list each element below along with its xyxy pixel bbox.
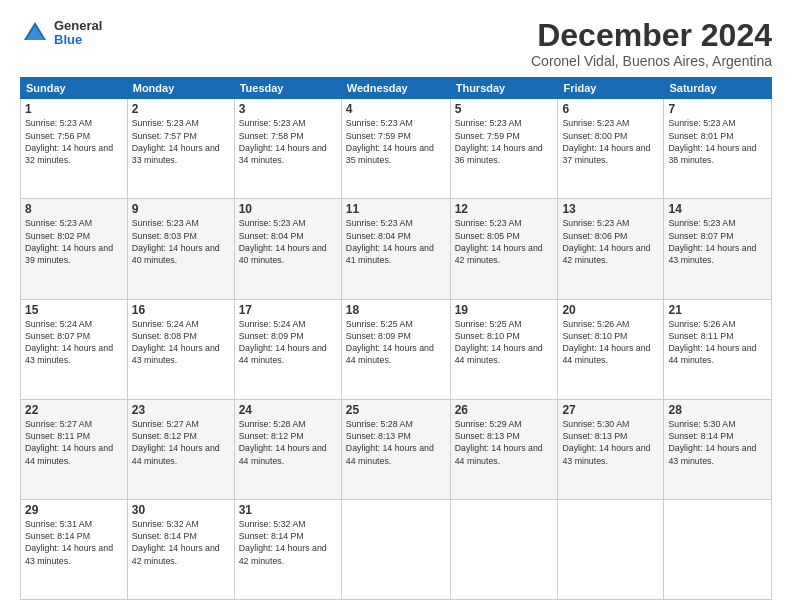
day-cell-4: 4 Sunrise: 5:23 AMSunset: 7:59 PMDayligh… (341, 99, 450, 199)
day-info: Sunrise: 5:23 AMSunset: 8:04 PMDaylight:… (346, 218, 434, 265)
day-info: Sunrise: 5:30 AMSunset: 8:14 PMDaylight:… (668, 419, 756, 466)
day-cell-14: 14 Sunrise: 5:23 AMSunset: 8:07 PMDaylig… (664, 199, 772, 299)
day-info: Sunrise: 5:29 AMSunset: 8:13 PMDaylight:… (455, 419, 543, 466)
day-number: 30 (132, 503, 230, 517)
day-number: 24 (239, 403, 337, 417)
day-number: 26 (455, 403, 554, 417)
day-info: Sunrise: 5:28 AMSunset: 8:13 PMDaylight:… (346, 419, 434, 466)
day-cell-22: 22 Sunrise: 5:27 AMSunset: 8:11 PMDaylig… (21, 399, 128, 499)
header-monday: Monday (127, 78, 234, 99)
header-friday: Friday (558, 78, 664, 99)
calendar-week-5: 29 Sunrise: 5:31 AMSunset: 8:14 PMDaylig… (21, 499, 772, 599)
calendar-table: Sunday Monday Tuesday Wednesday Thursday… (20, 77, 772, 600)
day-cell-25: 25 Sunrise: 5:28 AMSunset: 8:13 PMDaylig… (341, 399, 450, 499)
day-info: Sunrise: 5:23 AMSunset: 8:02 PMDaylight:… (25, 218, 113, 265)
day-number: 11 (346, 202, 446, 216)
day-cell-6: 6 Sunrise: 5:23 AMSunset: 8:00 PMDayligh… (558, 99, 664, 199)
empty-cell (664, 499, 772, 599)
logo: General Blue (20, 18, 102, 48)
day-cell-19: 19 Sunrise: 5:25 AMSunset: 8:10 PMDaylig… (450, 299, 558, 399)
day-number: 9 (132, 202, 230, 216)
day-info: Sunrise: 5:27 AMSunset: 8:12 PMDaylight:… (132, 419, 220, 466)
day-cell-12: 12 Sunrise: 5:23 AMSunset: 8:05 PMDaylig… (450, 199, 558, 299)
day-number: 1 (25, 102, 123, 116)
location: Coronel Vidal, Buenos Aires, Argentina (531, 53, 772, 69)
calendar-week-4: 22 Sunrise: 5:27 AMSunset: 8:11 PMDaylig… (21, 399, 772, 499)
day-info: Sunrise: 5:24 AMSunset: 8:07 PMDaylight:… (25, 319, 113, 366)
day-info: Sunrise: 5:23 AMSunset: 8:06 PMDaylight:… (562, 218, 650, 265)
day-cell-8: 8 Sunrise: 5:23 AMSunset: 8:02 PMDayligh… (21, 199, 128, 299)
day-number: 19 (455, 303, 554, 317)
day-info: Sunrise: 5:23 AMSunset: 7:56 PMDaylight:… (25, 118, 113, 165)
day-info: Sunrise: 5:23 AMSunset: 7:57 PMDaylight:… (132, 118, 220, 165)
day-number: 15 (25, 303, 123, 317)
logo-icon (20, 18, 50, 48)
calendar-week-2: 8 Sunrise: 5:23 AMSunset: 8:02 PMDayligh… (21, 199, 772, 299)
day-cell-28: 28 Sunrise: 5:30 AMSunset: 8:14 PMDaylig… (664, 399, 772, 499)
day-info: Sunrise: 5:23 AMSunset: 8:03 PMDaylight:… (132, 218, 220, 265)
day-cell-20: 20 Sunrise: 5:26 AMSunset: 8:10 PMDaylig… (558, 299, 664, 399)
day-cell-2: 2 Sunrise: 5:23 AMSunset: 7:57 PMDayligh… (127, 99, 234, 199)
day-number: 18 (346, 303, 446, 317)
day-number: 13 (562, 202, 659, 216)
day-cell-23: 23 Sunrise: 5:27 AMSunset: 8:12 PMDaylig… (127, 399, 234, 499)
day-cell-15: 15 Sunrise: 5:24 AMSunset: 8:07 PMDaylig… (21, 299, 128, 399)
day-info: Sunrise: 5:30 AMSunset: 8:13 PMDaylight:… (562, 419, 650, 466)
day-number: 14 (668, 202, 767, 216)
day-info: Sunrise: 5:23 AMSunset: 8:00 PMDaylight:… (562, 118, 650, 165)
day-number: 2 (132, 102, 230, 116)
day-cell-31: 31 Sunrise: 5:32 AMSunset: 8:14 PMDaylig… (234, 499, 341, 599)
day-cell-13: 13 Sunrise: 5:23 AMSunset: 8:06 PMDaylig… (558, 199, 664, 299)
day-cell-1: 1 Sunrise: 5:23 AMSunset: 7:56 PMDayligh… (21, 99, 128, 199)
day-cell-10: 10 Sunrise: 5:23 AMSunset: 8:04 PMDaylig… (234, 199, 341, 299)
day-cell-29: 29 Sunrise: 5:31 AMSunset: 8:14 PMDaylig… (21, 499, 128, 599)
day-info: Sunrise: 5:23 AMSunset: 8:05 PMDaylight:… (455, 218, 543, 265)
empty-cell (341, 499, 450, 599)
day-number: 27 (562, 403, 659, 417)
day-cell-7: 7 Sunrise: 5:23 AMSunset: 8:01 PMDayligh… (664, 99, 772, 199)
empty-cell (558, 499, 664, 599)
day-number: 17 (239, 303, 337, 317)
day-number: 29 (25, 503, 123, 517)
weekday-header-row: Sunday Monday Tuesday Wednesday Thursday… (21, 78, 772, 99)
page: General Blue December 2024 Coronel Vidal… (0, 0, 792, 612)
day-info: Sunrise: 5:27 AMSunset: 8:11 PMDaylight:… (25, 419, 113, 466)
day-cell-5: 5 Sunrise: 5:23 AMSunset: 7:59 PMDayligh… (450, 99, 558, 199)
header-sunday: Sunday (21, 78, 128, 99)
day-info: Sunrise: 5:23 AMSunset: 7:59 PMDaylight:… (346, 118, 434, 165)
day-number: 16 (132, 303, 230, 317)
day-cell-9: 9 Sunrise: 5:23 AMSunset: 8:03 PMDayligh… (127, 199, 234, 299)
day-info: Sunrise: 5:24 AMSunset: 8:09 PMDaylight:… (239, 319, 327, 366)
day-cell-3: 3 Sunrise: 5:23 AMSunset: 7:58 PMDayligh… (234, 99, 341, 199)
day-cell-11: 11 Sunrise: 5:23 AMSunset: 8:04 PMDaylig… (341, 199, 450, 299)
day-number: 10 (239, 202, 337, 216)
day-cell-21: 21 Sunrise: 5:26 AMSunset: 8:11 PMDaylig… (664, 299, 772, 399)
day-info: Sunrise: 5:23 AMSunset: 7:58 PMDaylight:… (239, 118, 327, 165)
header-wednesday: Wednesday (341, 78, 450, 99)
day-info: Sunrise: 5:32 AMSunset: 8:14 PMDaylight:… (239, 519, 327, 566)
header-thursday: Thursday (450, 78, 558, 99)
day-info: Sunrise: 5:25 AMSunset: 8:09 PMDaylight:… (346, 319, 434, 366)
day-number: 23 (132, 403, 230, 417)
empty-cell (450, 499, 558, 599)
day-info: Sunrise: 5:31 AMSunset: 8:14 PMDaylight:… (25, 519, 113, 566)
day-number: 7 (668, 102, 767, 116)
day-cell-24: 24 Sunrise: 5:28 AMSunset: 8:12 PMDaylig… (234, 399, 341, 499)
day-number: 25 (346, 403, 446, 417)
day-number: 4 (346, 102, 446, 116)
header-saturday: Saturday (664, 78, 772, 99)
day-info: Sunrise: 5:26 AMSunset: 8:11 PMDaylight:… (668, 319, 756, 366)
day-info: Sunrise: 5:25 AMSunset: 8:10 PMDaylight:… (455, 319, 543, 366)
day-cell-26: 26 Sunrise: 5:29 AMSunset: 8:13 PMDaylig… (450, 399, 558, 499)
day-cell-27: 27 Sunrise: 5:30 AMSunset: 8:13 PMDaylig… (558, 399, 664, 499)
day-cell-16: 16 Sunrise: 5:24 AMSunset: 8:08 PMDaylig… (127, 299, 234, 399)
day-number: 31 (239, 503, 337, 517)
header: General Blue December 2024 Coronel Vidal… (20, 18, 772, 69)
day-info: Sunrise: 5:28 AMSunset: 8:12 PMDaylight:… (239, 419, 327, 466)
day-number: 22 (25, 403, 123, 417)
day-number: 28 (668, 403, 767, 417)
day-number: 8 (25, 202, 123, 216)
day-cell-17: 17 Sunrise: 5:24 AMSunset: 8:09 PMDaylig… (234, 299, 341, 399)
day-info: Sunrise: 5:32 AMSunset: 8:14 PMDaylight:… (132, 519, 220, 566)
day-info: Sunrise: 5:26 AMSunset: 8:10 PMDaylight:… (562, 319, 650, 366)
